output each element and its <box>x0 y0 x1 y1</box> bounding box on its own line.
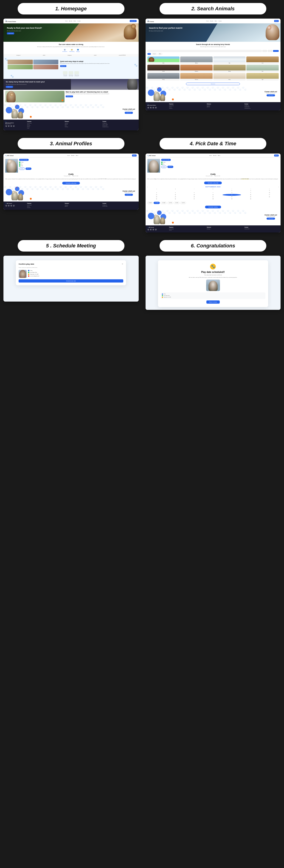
filter-female[interactable]: Female <box>152 53 157 55</box>
instagram-icon-2[interactable]: ig <box>148 107 149 108</box>
time-slot-4[interactable]: 1:00 PM <box>167 202 173 204</box>
animal-card-5[interactable]: Charlie <box>148 65 180 72</box>
dark-section-1: So many furry friends that want to meet … <box>3 79 139 90</box>
modal-close-icon[interactable]: ✕ <box>122 263 123 265</box>
congrats-dog-img <box>206 280 220 291</box>
search-submit-btn[interactable] <box>273 50 279 52</box>
animal-card-11[interactable]: Daisy <box>213 73 246 81</box>
profile-dates-4: February 20, 2022 March 18, 2022 <box>148 176 279 177</box>
twitter-icon[interactable]: tw <box>10 125 12 127</box>
facebook-icon[interactable]: fb <box>8 125 10 127</box>
time-slot-6[interactable]: 3:00 PM <box>180 202 186 204</box>
cal-next[interactable]: › <box>278 186 279 187</box>
dog-group-4 <box>154 212 165 224</box>
animal-card-2[interactable]: Mittens <box>180 57 213 64</box>
date-dot <box>28 274 29 275</box>
search-input[interactable] <box>148 50 262 52</box>
come-visit-btn-4[interactable]: Learn more <box>266 218 275 220</box>
facebook-icon-2[interactable]: fb <box>150 107 152 108</box>
dark-btn-1[interactable]: Learn more <box>6 86 13 88</box>
instagram-icon[interactable]: ig <box>5 125 7 127</box>
section-5-label: 5 . Schedule Meeting <box>17 239 125 252</box>
adopt-btn-1[interactable]: Adopt now <box>60 65 66 67</box>
nav-btn-3[interactable]: Adopt <box>132 154 136 157</box>
animal-card-8[interactable]: Cleo <box>246 65 279 72</box>
time-slot-1[interactable]: 9:00 AM <box>148 202 153 204</box>
blue-blob-4-1 <box>148 213 154 219</box>
animal-card-10[interactable]: Princess <box>180 73 213 81</box>
steps-title: Quick and easy steps to adopt <box>60 60 134 62</box>
hero-1: Ready to find your new best friend? We h… <box>3 23 139 42</box>
selected-day[interactable]: 15 <box>222 194 241 196</box>
animal-card-1[interactable]: Bella <box>148 57 180 64</box>
come-visit-btn-3[interactable]: Learn more <box>125 194 133 196</box>
twitter-icon-3[interactable]: tw <box>10 205 12 207</box>
volunteer-btn[interactable]: Volunteer now <box>66 95 73 97</box>
come-visit-text-3: Come visit us! We can't wait to see you … <box>123 190 135 196</box>
nav-3: 🐾 ABC Animal Home Animals About Adopt <box>3 154 139 158</box>
instagram-icon-4[interactable]: ig <box>148 228 149 230</box>
dog-group-3 <box>11 188 23 200</box>
filter-all[interactable]: All <box>148 53 151 55</box>
schedule-btn-profile[interactable]: Schedule a play date <box>62 182 80 185</box>
filter-btn-1[interactable] <box>262 50 267 52</box>
animal-card-4[interactable]: Luna <box>246 57 279 64</box>
nav-2: 🐾 ABC Animal Home Animals About Contact … <box>146 19 281 23</box>
come-visit-text-4: Come visit us! We can't wait to see you … <box>264 214 277 220</box>
time-slot-3[interactable]: 11:00 AM <box>160 202 167 204</box>
footer-1: 🐾 ABC Animal Shelter Adopt don't shop ig… <box>3 120 139 131</box>
instagram-icon-3[interactable]: ig <box>5 205 7 207</box>
section-congratulations: 6. Congratulations 🐾 Play date scheduled… <box>142 237 284 314</box>
time-slot-2[interactable]: 10:00 AM <box>154 202 160 204</box>
cal-prev[interactable]: ‹ <box>148 186 148 187</box>
section-6-label: 6. Congratulations <box>159 239 267 252</box>
nav-btn-1[interactable]: Learn more <box>130 20 136 22</box>
youtube-icon-2[interactable]: yt <box>155 107 157 108</box>
animal-card-6[interactable]: Whiskers <box>180 65 213 72</box>
youtube-icon-3[interactable]: yt <box>13 205 15 207</box>
congrats-details: Cody User Name Here September 15, 2022 <box>161 292 265 299</box>
return-home-btn[interactable]: Return to home <box>207 301 220 304</box>
adopt-btn-4[interactable]: Adopt me! <box>167 166 173 168</box>
profiles-mockup: 🐾 ABC Animal Home Animals About Adopt <box>3 154 139 210</box>
favorite-btn-4[interactable]: Favorite <box>161 166 167 168</box>
youtube-icon[interactable]: yt <box>13 125 15 127</box>
schedule-btn-4b[interactable]: Schedule meeting <box>205 206 221 208</box>
twitter-icon-4[interactable]: tw <box>153 228 154 230</box>
filter-male[interactable]: Male <box>158 53 162 55</box>
come-visit-btn-2[interactable]: Learn more <box>266 94 275 96</box>
email-dot <box>28 275 29 277</box>
schedule-btn-4[interactable]: Schedule a play date <box>204 182 222 184</box>
nav-btn-4[interactable]: Adopt <box>274 154 279 157</box>
hero-btn-1[interactable]: Learn more <box>7 32 14 34</box>
facebook-icon-3[interactable]: fb <box>8 205 10 207</box>
come-visit-btn-1[interactable]: Learn more <box>125 112 133 114</box>
animal-card-7[interactable]: Buddy <box>213 65 246 72</box>
blue-blob-3-1 <box>6 189 12 195</box>
modal-overlay-congrats: 🐾 Play date scheduled!! Your play date h… <box>146 256 281 310</box>
facebook-icon-4[interactable]: fb <box>150 228 152 230</box>
modal-subtitle-schedule: Please review your appointment details b… <box>19 267 123 268</box>
orange-ball-3 <box>172 98 174 100</box>
nav-links-1: Home Animals About Contact <box>65 21 81 22</box>
view-more-btn-2[interactable]: View more <box>186 83 240 85</box>
footer-brand-2: 🐾 ABC Animal Shelter ig fb tw yt <box>148 103 166 109</box>
filter-btn-2[interactable] <box>268 50 272 52</box>
twitter-icon-2[interactable]: tw <box>153 107 154 108</box>
time-slots: 9:00 AM 10:00 AM 11:00 AM 1:00 PM 2:00 P… <box>146 201 281 205</box>
animal-card-3[interactable]: Max <box>213 57 246 64</box>
section-homepage: 1. Homepage 🐾 ABC Animal Shelter Home An… <box>0 0 142 135</box>
adopt-btn-profile[interactable]: Adopt me! <box>26 167 31 170</box>
schedule-confirm-btn[interactable]: Schedule play date <box>19 279 123 282</box>
youtube-icon-4[interactable]: yt <box>155 228 157 230</box>
modal-details-list: Cody User Name Here September 15, 2022 <box>28 270 123 278</box>
come-visit-section-3: 🐾🐾🐾🐾🐾🐾🐾🐾🐾🐾🐾🐾🐾🐾🐾🐾🐾🐾🐾🐾 ♥ Come visit us! We… <box>3 185 139 202</box>
come-visit-section-4: 🐾🐾🐾🐾🐾🐾🐾🐾🐾🐾🐾🐾🐾🐾🐾🐾🐾🐾🐾🐾 ♥ Come visit us! We… <box>146 209 281 225</box>
cal-month-label: SEPTEMBER 2022 <box>206 186 221 187</box>
time-slot-5[interactable]: 2:00 PM <box>174 202 180 204</box>
profile-bio: Hello, my name is Cody and I love to pla… <box>3 178 139 181</box>
nav-btn-2[interactable]: Adopt <box>274 20 279 22</box>
favorite-btn[interactable]: Favorite <box>19 167 25 170</box>
animal-card-9[interactable]: Rocky <box>148 73 180 81</box>
animal-card-12[interactable]: Tiger <box>246 73 279 81</box>
